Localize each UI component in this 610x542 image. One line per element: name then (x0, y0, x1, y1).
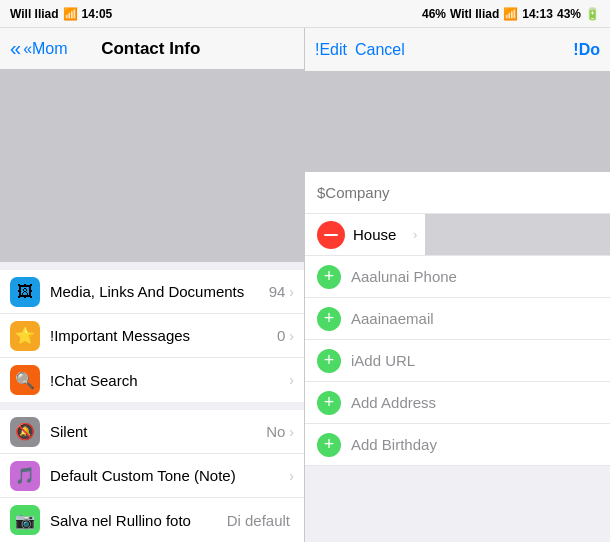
time-right: 14:13 (522, 7, 553, 21)
carrier-left: Will Iliad (10, 7, 59, 21)
carrier-right: Witl Iliad (450, 7, 499, 21)
phone-label: House (353, 226, 413, 243)
tone-label: Default Custom Tone (Note) (50, 467, 289, 484)
notification-list: 🔕 Silent No › 🎵 Default Custom Tone (Not… (0, 410, 304, 542)
contact-form: House › + Aaalunai Phone + Aaainaemail (305, 172, 610, 466)
media-value: 94 (269, 283, 286, 300)
silent-value: No (266, 423, 285, 440)
important-value: 0 (277, 327, 285, 344)
back-button[interactable]: « «Mom (10, 39, 68, 58)
wifi-left-icon: 📶 (63, 7, 78, 21)
status-bar: Will Iliad 📶 14:05 46% Witl Iliad 📶 14:1… (0, 0, 610, 28)
save-value: Di default (227, 512, 290, 529)
split-container: « «Mom Contact Info 🖼 Media, Links And D… (0, 28, 610, 542)
list-item-important[interactable]: ⭐ !Important Messages 0 › (0, 314, 304, 358)
tone-chevron-icon: › (289, 468, 294, 484)
wifi-right-icon: 📶 (503, 7, 518, 21)
back-chevron-icon: « (10, 38, 21, 58)
list-item-search[interactable]: 🔍 !Chat Search › (0, 358, 304, 402)
phone-row: House › (305, 214, 610, 256)
add-birthday-label: Add Birthda​y (351, 436, 437, 453)
add-phone-label: Aaalunai Phone (351, 268, 457, 285)
battery-right2: 43% (557, 7, 581, 21)
add-address-icon: + (317, 391, 341, 415)
add-phone-row[interactable]: + Aaalunai Phone (305, 256, 610, 298)
add-email-icon: + (317, 307, 341, 331)
important-icon: ⭐ (10, 321, 40, 351)
list-item-media[interactable]: 🖼 Media, Links And Documents 94 › (0, 270, 304, 314)
search-icon: 🔍 (10, 365, 40, 395)
back-label: «Mom (23, 40, 67, 58)
add-url-row[interactable]: + iAdd URL (305, 340, 610, 382)
right-panel: !Edit Cancel !Do House › (305, 28, 610, 542)
search-chevron-icon: › (289, 372, 294, 388)
add-address-label: Add Address (351, 394, 436, 411)
cancel-button[interactable]: Cancel (355, 41, 405, 59)
list-item-save[interactable]: 📷 Salva nel Rullino foto Di default (0, 498, 304, 542)
add-phone-icon: + (317, 265, 341, 289)
tone-icon: 🎵 (10, 461, 40, 491)
silent-icon: 🔕 (10, 417, 40, 447)
battery-right: 46% (422, 7, 446, 21)
search-label: !Chat Search (50, 372, 289, 389)
left-nav-title: Contact Info (68, 39, 234, 59)
company-input[interactable] (317, 184, 598, 201)
contact-avatar-right (305, 72, 610, 172)
time-left: 14:05 (82, 7, 113, 21)
battery-icon: 🔋 (585, 7, 600, 21)
media-label: Media, Links And Documents (50, 283, 269, 300)
left-panel: « «Mom Contact Info 🖼 Media, Links And D… (0, 28, 305, 542)
important-label: !Important Messages (50, 327, 277, 344)
status-left: Will Iliad 📶 14:05 (10, 7, 112, 21)
add-birthday-icon: + (317, 433, 341, 457)
add-birthday-row[interactable]: + Add Birthda​y (305, 424, 610, 466)
silent-chevron-icon: › (289, 424, 294, 440)
minus-icon (324, 234, 338, 236)
list-item-silent[interactable]: 🔕 Silent No › (0, 410, 304, 454)
right-nav-bar: !Edit Cancel !Do (305, 28, 610, 72)
media-chevron-icon: › (289, 284, 294, 300)
silent-label: Silent (50, 423, 266, 440)
contact-avatar-left (0, 70, 304, 262)
remove-phone-button[interactable] (317, 221, 345, 249)
company-field[interactable] (305, 172, 610, 214)
add-url-label: iAdd URL (351, 352, 415, 369)
left-nav-bar: « «Mom Contact Info (0, 28, 304, 70)
add-email-row[interactable]: + Aaainaemail (305, 298, 610, 340)
list-item-tone[interactable]: 🎵 Default Custom Tone (Note) › (0, 454, 304, 498)
save-icon: 📷 (10, 505, 40, 535)
edit-button[interactable]: !Edit (315, 41, 347, 59)
phone-value-area[interactable] (425, 214, 610, 255)
important-chevron-icon: › (289, 328, 294, 344)
phone-type-chevron-icon: › (413, 227, 417, 242)
right-content: House › + Aaalunai Phone + Aaainaemail (305, 72, 610, 542)
add-email-label: Aaainaemail (351, 310, 434, 327)
media-icon: 🖼 (10, 277, 40, 307)
add-url-icon: + (317, 349, 341, 373)
chat-options-list: 🖼 Media, Links And Documents 94 › ⭐ !Imp… (0, 270, 304, 402)
done-button[interactable]: !Do (573, 41, 600, 59)
status-right: 46% Witl Iliad 📶 14:13 43% 🔋 (422, 7, 600, 21)
save-label: Salva nel Rullino foto (50, 512, 227, 529)
add-address-row[interactable]: + Add Address (305, 382, 610, 424)
